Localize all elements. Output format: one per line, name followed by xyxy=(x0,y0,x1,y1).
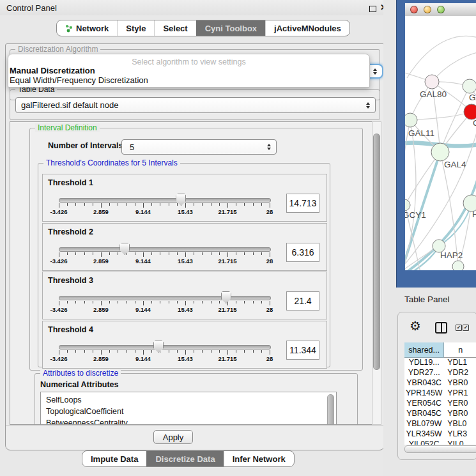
number-of-intervals-select[interactable]: 5 xyxy=(121,139,277,155)
bottom-tab-discretize-data[interactable]: Discretize Data xyxy=(146,451,223,466)
network-node[interactable] xyxy=(405,113,417,127)
slider-tick xyxy=(93,203,93,206)
slider-tick xyxy=(236,203,236,206)
close-traffic-icon[interactable] xyxy=(410,6,418,13)
list-scrollbar[interactable] xyxy=(327,394,334,425)
attribute-list-item[interactable]: BetweennessCentrality xyxy=(41,417,336,425)
network-node[interactable] xyxy=(425,75,439,89)
slider-thumb[interactable] xyxy=(119,243,130,255)
slider-track[interactable] xyxy=(59,247,271,252)
numerical-attributes-list[interactable]: SelfLoopsTopologicalCoefficientBetweenne… xyxy=(40,392,337,425)
table-horizontal-scrollbar[interactable] xyxy=(404,445,476,453)
float-window-icon[interactable] xyxy=(369,6,376,12)
slider-tick xyxy=(211,203,211,206)
slider-track[interactable] xyxy=(59,345,271,349)
network-node-label: C xyxy=(473,118,476,128)
bottom-tab-impute-data[interactable]: Impute Data xyxy=(82,451,146,466)
network-node[interactable] xyxy=(452,261,464,270)
network-view-canvas[interactable]: GAL80GACGAL11GAL4GCY1HAHAP2 xyxy=(405,16,476,270)
slider-tick xyxy=(143,350,144,355)
table-row[interactable]: YIL052CYIL0 xyxy=(404,440,476,445)
slider-tick xyxy=(160,301,160,303)
slider-tick xyxy=(194,350,194,353)
slider-tick xyxy=(211,301,211,303)
slider-tick-label: 21.715 xyxy=(218,306,236,313)
cell-name: YBR0 xyxy=(443,378,476,388)
column-header-shared[interactable]: shared... xyxy=(404,342,444,358)
slider-thumb[interactable] xyxy=(153,341,164,353)
gear-icon[interactable]: ⚙ xyxy=(410,319,421,332)
bottom-tab-label: Infer Network xyxy=(233,454,286,464)
tab-cyni-toolbox[interactable]: Cyni Toolbox xyxy=(196,20,265,36)
slider-tick-label: 21.715 xyxy=(218,208,236,215)
threshold-value-field[interactable]: 14.713 xyxy=(286,194,319,213)
tab-label: Select xyxy=(163,24,187,33)
slider-tick xyxy=(202,301,203,303)
threshold-value-field[interactable]: 6.316 xyxy=(286,243,319,262)
checkbox-icon[interactable]: ✓ xyxy=(463,325,469,331)
slider-track[interactable] xyxy=(59,296,271,300)
slider-tick xyxy=(118,252,118,255)
zoom-traffic-icon[interactable] xyxy=(437,6,445,13)
spinner-arrows-icon[interactable] xyxy=(373,68,377,75)
network-node[interactable] xyxy=(464,104,476,119)
checkbox-icon[interactable]: ✓ xyxy=(456,325,462,331)
table-row[interactable]: YDR27...YDR2 xyxy=(404,368,476,378)
slider-track[interactable] xyxy=(59,198,271,203)
bottom-tab-label: Impute Data xyxy=(91,454,138,464)
tab-network[interactable]: Network xyxy=(57,20,117,36)
tab-label: Style xyxy=(126,24,146,33)
table-row[interactable]: YDL19...YDL1 xyxy=(404,358,476,368)
slider-thumb[interactable] xyxy=(221,291,231,303)
settings-scrollbar-thumb[interactable] xyxy=(373,134,380,370)
network-window-titlebar xyxy=(405,3,476,17)
column-header-name[interactable]: n xyxy=(444,342,476,358)
split-columns-icon[interactable] xyxy=(435,322,447,334)
table-row[interactable]: YBR045CYBR0 xyxy=(404,409,476,419)
threshold-value-field[interactable]: 11.344 xyxy=(286,341,319,360)
tab-jactivemnodules[interactable]: jActiveMNodules xyxy=(265,20,349,36)
minimize-traffic-icon[interactable] xyxy=(424,6,431,13)
table-row[interactable]: YBR043CYBR0 xyxy=(404,378,476,388)
tab-label: jActiveMNodules xyxy=(274,24,341,33)
slider-tick xyxy=(75,252,76,255)
spinner-arrows-icon[interactable] xyxy=(366,102,370,109)
attribute-list-item[interactable]: SelfLoops xyxy=(41,392,336,406)
table-row[interactable]: YER054CYER0 xyxy=(404,399,476,409)
slider-tick-label: -3.426 xyxy=(50,257,68,265)
attribute-list-item[interactable]: TopologicalCoefficient xyxy=(41,406,336,417)
network-node[interactable] xyxy=(405,199,410,211)
network-edge xyxy=(432,51,476,82)
apply-button[interactable]: Apply xyxy=(153,430,193,444)
algorithm-dropdown-hint: Select algorithm to view settings xyxy=(8,58,369,66)
algorithm-option-manual[interactable]: Manual Discretization xyxy=(10,66,95,75)
threshold-row: Threshold 3-3.4262.8599.14415.4321.71528… xyxy=(42,272,327,319)
algorithm-option-equal-width[interactable]: Equal Width/Frequency Discretization xyxy=(10,75,148,85)
tab-style[interactable]: Style xyxy=(117,20,154,36)
cell-name: YBL0 xyxy=(443,419,476,429)
network-icon xyxy=(65,24,73,33)
cell-shared-name: YDR27... xyxy=(404,368,443,378)
slider-tick xyxy=(127,301,127,303)
spinner-arrows-icon[interactable] xyxy=(267,144,271,150)
settings-scrollbar[interactable] xyxy=(372,121,381,425)
network-node[interactable] xyxy=(463,79,476,93)
network-node[interactable] xyxy=(431,143,449,161)
slider-tick xyxy=(253,203,254,206)
bottom-tab-infer-network[interactable]: Infer Network xyxy=(224,451,294,466)
table-row[interactable]: YLR345WYLR3 xyxy=(404,429,476,440)
slider-tick xyxy=(84,301,85,303)
slider-tick xyxy=(219,350,220,353)
slider-tick xyxy=(75,301,76,303)
table-row[interactable]: YBL079WYBL0 xyxy=(404,419,476,429)
slider-tick xyxy=(84,252,85,255)
slider-tick xyxy=(109,350,110,353)
table-row[interactable]: YPR145WYPR1 xyxy=(404,388,476,399)
table-data-group: Table Data galFiltered.sif default node xyxy=(10,89,380,120)
slider-tick-label: -3.426 xyxy=(50,355,68,362)
slider-tick xyxy=(169,350,169,353)
table-data-select[interactable]: galFiltered.sif default node xyxy=(15,97,376,113)
slider-tick xyxy=(270,203,270,208)
tab-select[interactable]: Select xyxy=(154,20,196,36)
threshold-value-field[interactable]: 21.4 xyxy=(286,291,319,311)
